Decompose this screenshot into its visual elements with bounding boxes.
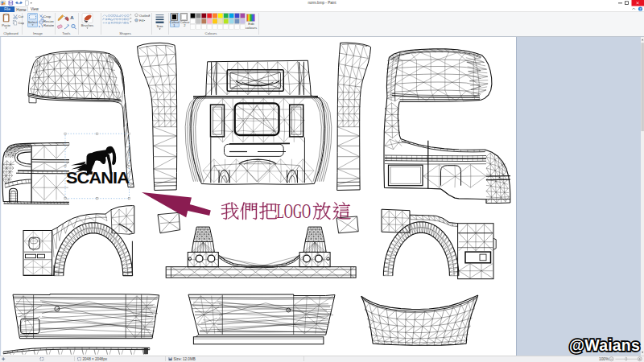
svg-text:A: A xyxy=(70,15,74,20)
svg-text:Rotate: Rotate xyxy=(43,23,54,27)
svg-text:Size: Size xyxy=(156,23,163,27)
svg-text:100%: 100% xyxy=(599,357,609,361)
svg-text:colours: colours xyxy=(246,25,258,29)
svg-text:Paste: Paste xyxy=(2,23,10,27)
svg-text:Copy: Copy xyxy=(19,20,25,24)
svg-text:@Waians: @Waians xyxy=(569,336,640,354)
svg-text:Select: Select xyxy=(27,19,37,23)
svg-text:Cut: Cut xyxy=(19,14,24,19)
svg-text:Brushes: Brushes xyxy=(81,23,93,27)
svg-text:LOGO: LOGO xyxy=(277,201,312,223)
svg-text:Outline: Outline xyxy=(139,13,151,17)
svg-text:Size: 12.0MB: Size: 12.0MB xyxy=(174,357,196,361)
svg-text:2048 × 2048px: 2048 × 2048px xyxy=(83,357,108,361)
svg-text:Fill: Fill xyxy=(139,19,143,23)
svg-text:Crop: Crop xyxy=(43,14,52,18)
svg-text:SCANIA: SCANIA xyxy=(66,170,130,187)
